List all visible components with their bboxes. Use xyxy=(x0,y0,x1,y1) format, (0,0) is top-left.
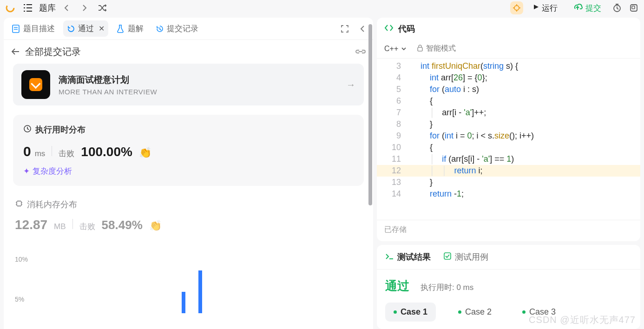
code-text: } xyxy=(409,177,433,188)
chip-icon xyxy=(15,199,23,210)
svg-rect-3 xyxy=(631,5,637,11)
line-number: 14 xyxy=(377,188,409,200)
next-icon[interactable] xyxy=(78,1,91,14)
tab-submissions[interactable]: 提交记录 xyxy=(152,20,202,37)
case-label: Case 3 xyxy=(529,307,556,317)
status-dot-icon xyxy=(458,310,461,314)
back-arrow-icon[interactable] xyxy=(11,46,20,57)
case-2-button[interactable]: Case 2 xyxy=(450,303,500,322)
code-line[interactable]: 8 } xyxy=(377,118,640,130)
status-dot-icon xyxy=(394,310,397,314)
close-icon[interactable]: ✕ xyxy=(99,24,105,33)
tab-label: 通过 xyxy=(78,23,94,34)
svg-rect-7 xyxy=(17,201,21,206)
test-section: 测试结果 测试用例 通过 执行用时: 0 ms Case 1 Case 2 Ca… xyxy=(377,245,640,329)
fullscreen-icon[interactable] xyxy=(339,23,351,35)
tab-description[interactable]: 题目描述 xyxy=(8,20,59,37)
separator xyxy=(72,219,73,229)
language-select[interactable]: C++ xyxy=(384,45,407,53)
subheader-label[interactable]: 全部提交记录 xyxy=(25,46,81,58)
pass-runtime: 执行用时: 0 ms xyxy=(421,282,473,293)
code-line[interactable]: 11 │ if (arr[s[i] - 'a'] == 1) xyxy=(377,153,640,165)
line-number: 10 xyxy=(377,142,409,153)
tab-label: 题目描述 xyxy=(23,23,55,34)
case-3-button[interactable]: Case 3 xyxy=(514,303,564,322)
code-line[interactable]: 9 for (int i = 0; i < s.size(); i++) xyxy=(377,130,640,142)
sparkle-bug-icon[interactable] xyxy=(510,1,523,14)
beat-pct: 100.00% xyxy=(81,145,132,159)
svg-rect-5 xyxy=(13,25,19,33)
code-text: return -1; xyxy=(409,188,464,200)
code-icon xyxy=(384,24,394,34)
promo-title: 滴滴面试橙意计划 xyxy=(59,74,338,86)
chevron-down-icon xyxy=(401,45,407,53)
clap-icon: 👏 xyxy=(149,220,162,232)
tab-label: 测试结果 xyxy=(397,251,431,263)
promo-subtitle: MORE THAN AN INTERVIEW xyxy=(59,88,338,96)
memory-block: 消耗内存分布 12.87 MB 击败 58.49% 👏 10% 5% xyxy=(13,199,364,313)
complexity-label: 复杂度分析 xyxy=(33,166,72,177)
line-number: 9 xyxy=(377,130,409,142)
library-label[interactable]: 题库 xyxy=(39,2,56,13)
tab-test-result[interactable]: 测试结果 xyxy=(385,251,431,263)
line-number: 13 xyxy=(377,177,409,188)
tab-accepted[interactable]: 通过 ✕ xyxy=(63,20,108,37)
memory-title: 消耗内存分布 xyxy=(27,199,77,210)
svg-point-1 xyxy=(514,6,519,10)
right-panel: 代码 C++ 智能模式 3 int firstUniqChar(string s… xyxy=(377,18,640,329)
timer-icon[interactable] xyxy=(611,1,624,14)
promo-logo-icon xyxy=(21,70,50,99)
sparkle-icon: ✦ xyxy=(23,166,30,176)
smart-mode-label[interactable]: 智能模式 xyxy=(417,44,456,53)
collapse-left-icon[interactable] xyxy=(356,23,368,35)
code-line[interactable]: 12 │ │ return i; xyxy=(377,165,640,177)
tab-solution[interactable]: 题解 xyxy=(113,20,147,37)
beat-label: 击败 xyxy=(59,148,74,159)
complexity-link[interactable]: ✦ 复杂度分析 xyxy=(23,166,354,177)
code-line[interactable]: 3 int firstUniqChar(string s) { xyxy=(377,60,640,72)
line-number: 11 xyxy=(377,153,409,165)
document-icon xyxy=(12,25,20,33)
chart-bar xyxy=(198,270,202,313)
case-label: Case 1 xyxy=(401,307,427,317)
code-line[interactable]: 5 for (auto i : s) xyxy=(377,84,640,95)
code-line[interactable]: 7 │ arr[i - 'a']++; xyxy=(377,107,640,118)
notes-icon[interactable] xyxy=(627,1,640,14)
ytick-5: 5% xyxy=(15,296,24,303)
case-1-button[interactable]: Case 1 xyxy=(385,303,436,322)
flask-icon xyxy=(117,25,125,33)
code-text: { xyxy=(409,142,433,153)
code-line[interactable]: 10 { xyxy=(377,142,640,153)
cloud-upload-icon xyxy=(572,3,583,13)
prev-icon[interactable] xyxy=(60,1,73,14)
mem-beat-label: 击败 xyxy=(79,221,95,232)
list-icon[interactable] xyxy=(21,1,34,14)
history2-icon xyxy=(156,25,164,33)
scrollbar-thumb[interactable] xyxy=(368,24,372,205)
runtime-title: 执行用时分布 xyxy=(35,124,85,135)
shuffle-icon[interactable] xyxy=(96,1,109,14)
promo-card[interactable]: 滴滴面试橙意计划 MORE THAN AN INTERVIEW → xyxy=(13,64,364,105)
code-editor[interactable]: 3 int firstUniqChar(string s) {4 int arr… xyxy=(377,59,640,220)
code-line[interactable]: 13 } xyxy=(377,177,640,188)
line-number: 7 xyxy=(377,107,409,118)
logo-icon[interactable] xyxy=(4,1,17,14)
subheader-row: 全部提交记录 xyxy=(4,40,373,64)
separator xyxy=(52,146,52,156)
link-icon[interactable] xyxy=(355,46,366,57)
runtime-card: 执行用时分布 0 ms 击败 100.00% 👏 ✦ 复杂度分析 xyxy=(13,115,364,186)
terminal-icon xyxy=(385,252,394,262)
code-line[interactable]: 14 return -1; xyxy=(377,188,640,200)
code-text: │ if (arr[s[i] - 'a'] == 1) xyxy=(409,153,514,165)
code-text: for (int i = 0; i < s.size(); i++) xyxy=(409,130,534,142)
run-button[interactable]: 运行 xyxy=(527,1,563,15)
code-line[interactable]: 6 { xyxy=(377,95,640,107)
saved-label: 已存储 xyxy=(377,220,640,241)
line-number: 4 xyxy=(377,72,409,84)
left-scroll-area[interactable]: 滴滴面试橙意计划 MORE THAN AN INTERVIEW → 执行用时分布… xyxy=(4,64,373,329)
code-text: │ arr[i - 'a']++; xyxy=(409,107,486,118)
tab-test-cases[interactable]: 测试用例 xyxy=(444,251,488,263)
submit-label: 提交 xyxy=(585,3,601,13)
code-line[interactable]: 4 int arr[26] = {0}; xyxy=(377,72,640,84)
submit-button[interactable]: 提交 xyxy=(567,1,607,15)
